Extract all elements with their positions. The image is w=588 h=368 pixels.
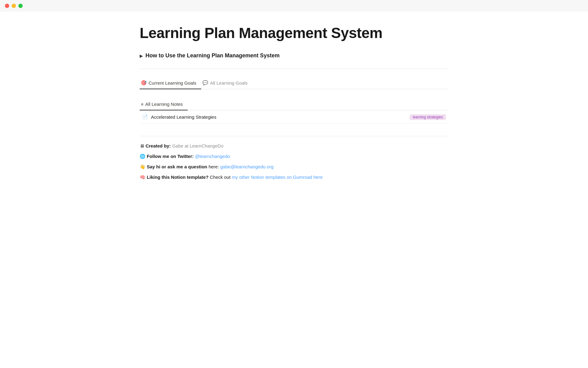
footer-emoji-3: 👋 [140,164,147,169]
toggle-label: How to Use the Learning Plan Management … [145,52,280,59]
row-right: learning strategies [410,114,446,120]
table-row[interactable]: 📄 Accelerated Learning Strategies learni… [140,110,448,124]
tabs-section: 🎯 Current Learning Goals 💬 All Learning … [140,78,448,89]
minimize-button[interactable] [12,4,16,8]
document-icon: 📄 [142,114,148,120]
tab-all-goals[interactable]: 💬 All Learning Goals [201,78,253,89]
footer-label-1: Created by: [145,143,172,148]
toggle-arrow: ▶ [140,53,143,58]
footer-emoji-2: 🌐 [140,154,147,159]
notes-section: ≡ All Learning Notes 📄 Accelerated Learn… [140,99,448,124]
tab-current-goals-label: Current Learning Goals [149,80,196,86]
tab-all-notes-label: All Learning Notes [145,102,183,107]
list-icon: ≡ [141,102,143,107]
footer-line-3: 👋 Say hi or ask me a question here: gabe… [140,163,448,171]
footer-line-2: 🌐 Follow me on Twitter: @learnchangedo [140,153,448,160]
footer-label-2: Follow me on Twitter: [147,154,195,159]
footer-plain-3: here: [209,164,220,169]
close-button[interactable] [5,4,9,8]
footer-creator: Gabe at LearnChangeDo [172,143,224,148]
maximize-button[interactable] [18,4,23,8]
row-left: 📄 Accelerated Learning Strategies [142,114,216,120]
tab-all-goals-label: All Learning Goals [210,80,248,86]
main-content: Learning Plan Management System ▶ How to… [110,0,478,202]
footer-emoji-4: 🧠 [140,174,147,180]
footer-emoji-1: 🖥 [140,143,145,148]
email-link[interactable]: gabe@learnchangedo.org [220,164,273,169]
tabs-nav: 🎯 Current Learning Goals 💬 All Learning … [140,78,448,89]
titlebar [0,0,588,12]
footer-line-4: 🧠 Liking this Notion template? Check out… [140,174,448,181]
twitter-link[interactable]: @learnchangedo [195,154,230,159]
footer-label-3: Say hi or ask me a question [147,164,207,169]
footer-label-4: Liking this Notion template? [147,174,210,180]
footer-section: 🖥 Created by: Gabe at LearnChangeDo 🌐 Fo… [140,136,448,181]
page-title: Learning Plan Management System [140,25,448,41]
row-title: Accelerated Learning Strategies [151,114,216,120]
section-tabs-nav: ≡ All Learning Notes [140,99,448,110]
tab-all-notes[interactable]: ≡ All Learning Notes [140,99,188,110]
divider-1 [140,69,448,69]
chat-icon: 💬 [202,80,208,86]
gumroad-link[interactable]: my other Notion templates on Gumroad her… [232,174,323,180]
toggle-section[interactable]: ▶ How to Use the Learning Plan Managemen… [140,52,448,59]
footer-plain-4: Check out [210,174,232,180]
target-icon: 🎯 [141,80,147,86]
tab-current-goals[interactable]: 🎯 Current Learning Goals [140,78,201,89]
footer-line-1: 🖥 Created by: Gabe at LearnChangeDo [140,142,448,150]
tag-learning-strategies: learning strategies [410,114,446,120]
